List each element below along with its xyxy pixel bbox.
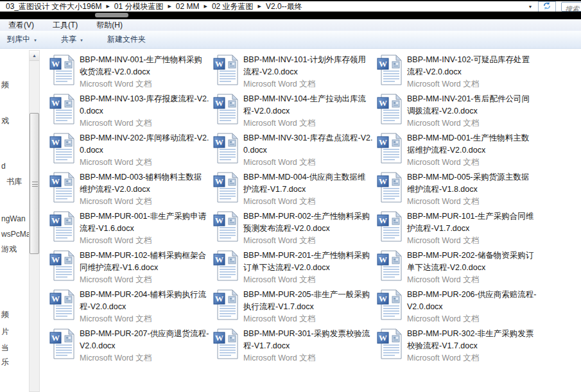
file-text: BBP-MM-PUR-101-生产采购合同维护流程-V1.7.docx Micr… [407, 210, 537, 247]
svg-text:W: W [51, 294, 60, 303]
breadcrumb-arrow-icon[interactable]: ▶ [165, 4, 173, 9]
file-item[interactable]: W BBP-MM-INV-102-可疑品库存处置流程-V2.0.docx Mic… [377, 54, 541, 93]
search-input[interactable] [562, 5, 581, 12]
word-document-icon: W [49, 172, 75, 203]
file-type-label: Microsoft Word 文档 [243, 352, 373, 364]
file-text: BBP-MM-PUR-002-生产性物料采购预测发布流程-V2.0.docx M… [243, 210, 373, 247]
sidebar-item-fragment[interactable]: 当 [1, 343, 9, 354]
svg-text:W: W [51, 98, 60, 108]
svg-text:W: W [215, 333, 223, 343]
file-item[interactable]: W BBP-MM-PUR-301-采购发票校验流程-V1.7.docx Micr… [213, 328, 377, 367]
sidebar-item-fragment[interactable]: 乐 [1, 357, 9, 368]
file-name: BBP-MM-PUR-201-生产性物料采购订单下达流程-V2.0.docx [243, 250, 373, 274]
breadcrumb-segment[interactable]: 01 分模块蓝图 [112, 1, 166, 12]
file-item[interactable]: W BBP-MM-MD-001-生产性物料主数据维护流程-V2.0.docx M… [377, 132, 541, 171]
sidebar-item-fragment[interactable]: 戏 [1, 115, 9, 126]
file-text: BBP-MM-PUR-207-供应商退货流程-V2.0.docx Microso… [80, 328, 209, 364]
file-item[interactable]: W BBP-MM-INV-301-库存盘点流程-V2.0.docx Micros… [213, 132, 377, 171]
breadcrumb-segment[interactable]: V2.0--最终 [264, 1, 304, 12]
word-document-icon: W [377, 250, 403, 281]
file-item[interactable]: W BBP-MM-PUR-206-供应商索赔流程-V2.0.docx Micro… [377, 289, 541, 328]
sidebar-item-fragment[interactable]: 游戏 [1, 244, 17, 255]
file-item[interactable]: W BBP-MM-PUR-201-生产性物料采购订单下达流程-V2.0.docx… [213, 250, 377, 289]
breadcrumb-segment[interactable]: 03_蓝图设计 文件大小196M [4, 1, 103, 12]
address-dropdown-button[interactable]: ▼ [524, 1, 537, 12]
file-type-label: Microsoft Word 文档 [80, 196, 209, 208]
file-item[interactable]: W BBP-MM-INV-104-生产拉动出库流程-V2.0.docx Micr… [213, 93, 377, 132]
file-item[interactable]: W BBP-MM-INV-201-售后配件公司间调拨流程-V2.0.docx M… [377, 93, 541, 132]
file-item[interactable]: W BBP-MM-MD-003-辅料物料主数据维护流程-V2.0.docx Mi… [49, 171, 213, 210]
file-name: BBP-MM-PUR-206-供应商索赔流程-V2.0.docx [407, 289, 537, 313]
sidebar-item-fragment[interactable]: 频 [1, 80, 9, 90]
file-type-label: Microsoft Word 文档 [407, 78, 537, 90]
address-bar[interactable]: 03_蓝图设计 文件大小196M▶01 分模块蓝图▶02 MM▶02 业务蓝图▶… [0, 0, 581, 12]
sidebar-item-fragment[interactable]: 片 [1, 327, 9, 337]
breadcrumb-arrow-icon[interactable]: ▶ [103, 4, 112, 9]
toolbar-button[interactable]: 新建文件夹 [105, 32, 148, 47]
breadcrumb-arrow-icon[interactable]: ▶ [256, 4, 264, 9]
navigation-pane: 频戏d书库ngWanwsPcMa游戏频片当乐 [0, 49, 29, 392]
menu-tools[interactable]: 工具(T) [53, 20, 78, 31]
word-document-icon: W [377, 211, 403, 242]
title-strip-blob [95, 13, 128, 17]
word-document-icon: W [49, 133, 75, 164]
arrow-up-icon: ▲ [32, 53, 37, 58]
word-document-icon: W [377, 55, 403, 85]
file-type-label: Microsoft Word 文档 [407, 313, 537, 325]
sidebar-scrollbar[interactable]: ▲ [29, 50, 40, 392]
word-document-icon: W [49, 55, 75, 85]
sidebar-item-fragment[interactable]: 频 [1, 309, 9, 320]
svg-text:W: W [215, 216, 223, 225]
breadcrumb-segment[interactable]: 02 MM [174, 2, 202, 11]
breadcrumb-arrow-icon[interactable]: ▶ [202, 4, 210, 9]
file-item[interactable]: W BBP-MM-PUR-205-非生产一般采购执行流程-V1.7.docx M… [213, 289, 377, 328]
chevron-down-icon: ▼ [80, 38, 83, 42]
sidebar-item-fragment[interactable]: ngWan [1, 214, 26, 223]
file-item[interactable]: W BBP-MM-PUR-101-生产采购合同维护流程-V1.7.docx Mi… [377, 210, 541, 250]
svg-text:W: W [379, 294, 387, 303]
file-type-label: Microsoft Word 文档 [407, 274, 537, 286]
toolbar-button-label: 新建文件夹 [107, 34, 146, 45]
file-item[interactable]: W BBP-MM-INV-103-库存报废流程-V2.0.docx Micros… [49, 93, 213, 132]
refresh-button[interactable] [538, 1, 556, 12]
word-document-icon: W [213, 55, 239, 85]
file-text: BBP-MM-PUR-201-生产性物料采购订单下达流程-V2.0.docx M… [243, 250, 373, 286]
file-name: BBP-MM-INV-202-库间移动流程-V2.0.docx [80, 132, 209, 157]
menu-help[interactable]: 帮助(H) [96, 20, 123, 31]
word-document-icon: W [213, 133, 239, 164]
file-item[interactable]: W BBP-MM-PUR-001-非生产采购申请流程-V1.6.docx Mic… [49, 210, 213, 250]
file-text: BBP-MM-PUR-001-非生产采购申请流程-V1.6.docx Micro… [80, 210, 209, 247]
scrollbar-thumb[interactable] [30, 113, 39, 254]
file-text: BBP-MM-PUR-202-储备物资采购订单下达流程-V2.0.docx Mi… [407, 250, 537, 286]
file-text: BBP-MM-MD-005-采购货源主数据维护流程-V1.8.docx Micr… [407, 171, 537, 208]
file-item[interactable]: W BBP-MM-MD-005-采购货源主数据维护流程-V1.8.docx Mi… [377, 171, 541, 210]
file-item[interactable]: W BBP-MM-INV-202-库间移动流程-V2.0.docx Micros… [49, 132, 213, 171]
word-document-icon: W [213, 172, 239, 203]
file-item[interactable]: W BBP-MM-PUR-302-非生产采购发票校验流程-V1.7.docx M… [377, 328, 541, 367]
word-document-icon: W [377, 289, 403, 320]
breadcrumb-segment[interactable]: 02 业务蓝图 [210, 1, 256, 12]
toolbar-button[interactable]: 共享▼ [58, 32, 86, 47]
sidebar-item-fragment[interactable]: 书库 [6, 176, 22, 187]
file-item[interactable]: W BBP-MM-PUR-102-辅料采购框架合同维护流程-V1.6.docx … [49, 250, 213, 289]
file-item[interactable]: W BBP-MM-PUR-207-供应商退货流程-V2.0.docx Micro… [49, 328, 213, 367]
file-type-label: Microsoft Word 文档 [243, 274, 373, 286]
menu-view[interactable]: 查看(V) [8, 20, 34, 31]
search-box[interactable] [561, 2, 581, 12]
svg-text:W: W [379, 137, 387, 147]
file-item[interactable]: W BBP-MM-MD-004-供应商主数据维护流程-V1.7.docx Mic… [213, 171, 377, 210]
scroll-up-button[interactable]: ▲ [30, 51, 39, 61]
file-item[interactable]: W BBP-MM-PUR-202-储备物资采购订单下达流程-V2.0.docx … [377, 250, 541, 289]
chevron-down-icon: ▼ [528, 4, 533, 9]
file-type-label: Microsoft Word 文档 [80, 235, 209, 247]
toolbar-button[interactable]: 到库中▼ [4, 32, 40, 47]
svg-text:W: W [215, 176, 223, 186]
file-item[interactable]: W BBP-MM-PUR-204-辅料采购执行流程-V2.0.docx Micr… [49, 289, 213, 328]
file-item[interactable]: W BBP-MM-INV-101-计划外库存领用流程-V2.0.docx Mic… [213, 54, 377, 93]
sidebar-item-fragment[interactable]: wsPcMa [1, 230, 29, 239]
file-item[interactable]: W BBP-MM-INV-001-生产性物料采购收货流程-V2.0.docx M… [49, 54, 213, 93]
sidebar-item-fragment[interactable]: d [1, 162, 6, 171]
file-item[interactable]: W BBP-MM-PUR-002-生产性物料采购预测发布流程-V2.0.docx… [213, 210, 377, 250]
file-type-label: Microsoft Word 文档 [407, 157, 537, 169]
scrollbar-grip-icon [32, 182, 38, 187]
